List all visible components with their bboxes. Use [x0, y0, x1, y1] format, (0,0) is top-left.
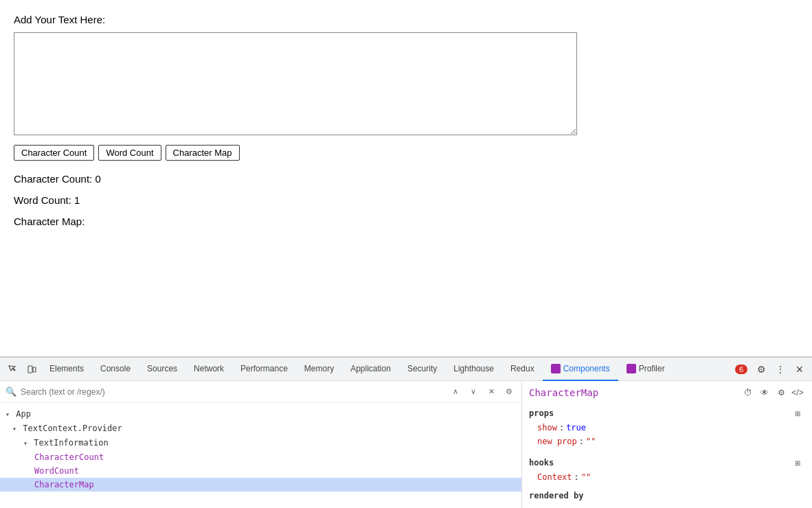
tree-app-label: App: [16, 409, 31, 419]
settings-button[interactable]: ⚙: [752, 360, 771, 379]
add-text-label: Add Your Text Here:: [14, 14, 798, 25]
tab-network-label: Network: [194, 364, 224, 373]
tab-sources[interactable]: Sources: [139, 358, 185, 381]
suspend-button[interactable]: ⏱: [741, 385, 756, 400]
props-section-header[interactable]: props ⊞: [529, 406, 805, 421]
tab-application-label: Application: [350, 364, 391, 373]
tab-components-label: Components: [563, 364, 610, 373]
hooks-section: hooks ⊞ Context:"": [529, 455, 805, 484]
tab-redux[interactable]: Redux: [502, 358, 543, 381]
word-count-button[interactable]: Word Count: [98, 145, 161, 161]
arrow-app: ▾: [5, 411, 10, 418]
tree-item-textinfo[interactable]: ▾ TextInformation: [0, 436, 521, 450]
components-icon: [551, 364, 561, 373]
tab-redux-label: Redux: [510, 364, 534, 373]
rendered-by-label: rendered by: [529, 491, 583, 500]
hook-context: Context:"": [529, 470, 805, 484]
props-title: props: [529, 408, 554, 418]
arrow-textinfo: ▾: [23, 439, 27, 447]
buttons-row: Character Count Word Count Character Map: [14, 145, 798, 161]
component-name-header: CharacterMap ⏱ 👁 ⚙ </>: [529, 385, 805, 400]
inspect-element-button[interactable]: [3, 360, 22, 379]
tree-item-charcount[interactable]: CharacterCount: [0, 450, 521, 464]
hooks-title: hooks: [529, 458, 554, 467]
tree-item-wordcount[interactable]: WordCount: [0, 464, 521, 478]
tab-profiler-label: Profiler: [639, 364, 665, 373]
prop-newprop-value: "": [586, 437, 596, 446]
search-settings-button[interactable]: ⚙: [502, 385, 516, 399]
hooks-section-header[interactable]: hooks ⊞: [529, 455, 805, 470]
prop-newprop-key: new prop: [537, 437, 577, 446]
hook-context-key: Context: [537, 472, 572, 482]
rendered-by-section: rendered by: [529, 491, 805, 500]
tab-performance-label: Performance: [240, 364, 288, 373]
tab-console[interactable]: Console: [92, 358, 139, 381]
svg-rect-1: [33, 367, 36, 372]
profiler-icon: [627, 364, 636, 373]
right-panel-icons: ⏱ 👁 ⚙ </>: [741, 385, 805, 400]
source-button[interactable]: </>: [790, 385, 805, 400]
tab-components[interactable]: Components: [543, 358, 618, 381]
component-name: CharacterMap: [529, 387, 598, 398]
devtools-right-panel: CharacterMap ⏱ 👁 ⚙ </> props ⊞ show:true: [522, 381, 812, 508]
tab-network[interactable]: Network: [185, 358, 232, 381]
tree-textinfo-label: TextInformation: [34, 438, 108, 448]
error-count-badge: 6: [735, 365, 747, 374]
tab-elements-label: Elements: [49, 364, 84, 373]
devtools-tabs-bar: Elements Console Sources Network Perform…: [0, 358, 812, 381]
hook-context-value: "": [581, 472, 591, 482]
props-section: props ⊞ show:true new prop:"": [529, 406, 805, 448]
search-input[interactable]: [21, 387, 444, 397]
tab-sources-label: Sources: [147, 364, 177, 373]
character-map-button[interactable]: Character Map: [166, 145, 240, 161]
hooks-expand-button[interactable]: ⊞: [790, 455, 805, 470]
svg-rect-0: [28, 366, 32, 373]
search-next-button[interactable]: ∨: [466, 385, 480, 399]
tab-memory-label: Memory: [304, 364, 334, 373]
right-settings-button[interactable]: ⚙: [774, 385, 789, 400]
devtools-left-panel: 🔍 ∧ ∨ ✕ ⚙ ▾ App ▾ TextContext.Provider ▾: [0, 381, 522, 508]
tab-console-label: Console: [100, 364, 131, 373]
character-count-button[interactable]: Character Count: [14, 145, 94, 161]
tab-lighthouse-label: Lighthouse: [453, 364, 494, 373]
tree-item-charmap[interactable]: CharacterMap: [0, 478, 521, 492]
tree-charcount-label: CharacterCount: [34, 452, 104, 462]
tab-performance[interactable]: Performance: [232, 358, 296, 381]
tree-item-app[interactable]: ▾ App: [0, 407, 521, 422]
close-devtools-button[interactable]: ✕: [790, 360, 809, 379]
tree-wordcount-label: WordCount: [34, 466, 79, 476]
devtools-search-bar: 🔍 ∧ ∨ ✕ ⚙: [0, 381, 521, 403]
word-count-result: Word Count: 1: [14, 194, 798, 206]
prop-show-value: true: [566, 423, 586, 432]
more-options-button[interactable]: ⋮: [771, 360, 790, 379]
search-close-button[interactable]: ✕: [484, 385, 498, 399]
tab-memory[interactable]: Memory: [296, 358, 342, 381]
device-toolbar-button[interactable]: [22, 360, 41, 379]
props-expand-button[interactable]: ⊞: [790, 406, 805, 421]
prop-newprop: new prop:"": [529, 435, 805, 448]
tab-security-label: Security: [407, 364, 437, 373]
tree-textcontext-label: TextContext.Provider: [23, 424, 122, 433]
tab-application[interactable]: Application: [342, 358, 399, 381]
char-map-result: Character Map:: [14, 216, 798, 227]
text-input[interactable]: [14, 32, 577, 135]
tab-security[interactable]: Security: [399, 358, 445, 381]
tab-profiler[interactable]: Profiler: [618, 358, 673, 381]
prop-show: show:true: [529, 421, 805, 435]
tree-item-textcontext[interactable]: ▾ TextContext.Provider: [0, 422, 521, 436]
tab-lighthouse[interactable]: Lighthouse: [445, 358, 502, 381]
search-prev-button[interactable]: ∧: [449, 385, 462, 399]
tree-charmap-label: CharacterMap: [34, 480, 94, 489]
tab-elements[interactable]: Elements: [41, 358, 92, 381]
devtools-content: 🔍 ∧ ∨ ✕ ⚙ ▾ App ▾ TextContext.Provider ▾: [0, 381, 812, 508]
inspect-button[interactable]: 👁: [757, 385, 772, 400]
arrow-textcontext: ▾: [12, 425, 16, 432]
search-icon: 🔍: [5, 386, 16, 397]
app-area: Add Your Text Here: Character Count Word…: [0, 0, 812, 357]
component-tree: ▾ App ▾ TextContext.Provider ▾ TextInfor…: [0, 403, 521, 508]
devtools-panel: Elements Console Sources Network Perform…: [0, 357, 812, 508]
prop-show-key: show: [537, 423, 557, 432]
char-count-result: Character Count: 0: [14, 173, 798, 185]
